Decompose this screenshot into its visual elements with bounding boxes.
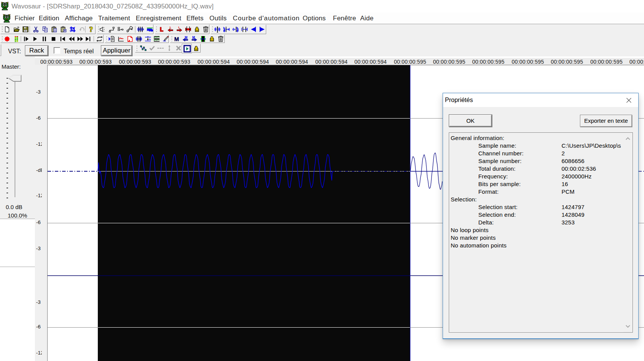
svg-text:?: ? xyxy=(89,26,93,33)
svg-text:M: M xyxy=(174,36,179,42)
